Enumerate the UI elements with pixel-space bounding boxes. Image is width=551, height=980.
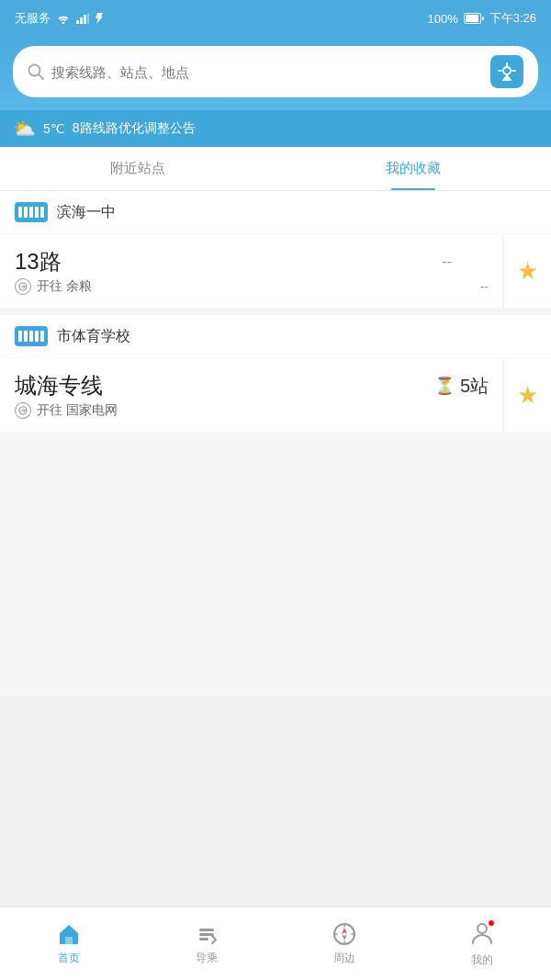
station-header-1: 滨海一中: [0, 191, 551, 233]
nav-item-home[interactable]: 首页: [0, 914, 138, 974]
home-icon: [56, 921, 82, 947]
svg-rect-1: [80, 17, 83, 24]
wifi-icon: [56, 13, 71, 24]
route-status-1: --: [442, 253, 452, 270]
svg-point-8: [503, 67, 511, 74]
status-signal-text: 无服务: [15, 10, 51, 27]
svg-rect-0: [76, 20, 79, 24]
route-item-1[interactable]: 13路 -- 开往 余粮 -- ★: [0, 234, 551, 308]
nav-label-guide: 导乘: [196, 951, 218, 966]
content: 滨海一中 13路 -- 开往 余粮 --: [0, 191, 551, 696]
header: [0, 37, 551, 110]
tab-nearby[interactable]: 附近站点: [0, 147, 276, 190]
search-input[interactable]: [51, 64, 483, 80]
route-direction-2: 开往 国家电网: [15, 402, 118, 419]
direction-arrow-icon-2: [15, 402, 31, 419]
status-bar: 无服务 100% 下午3:26: [0, 0, 551, 37]
svg-rect-3: [87, 13, 89, 24]
svg-marker-18: [342, 934, 347, 941]
nav-label-home: 首页: [58, 951, 80, 966]
svg-rect-12: [65, 937, 73, 944]
station-icon-1: [15, 202, 48, 222]
route-item-2[interactable]: 城海专线 ⏳ 5站 开往 国家电网 ★: [0, 358, 551, 432]
station-name-2: 市体育学校: [57, 327, 130, 346]
route-direction-status-1: --: [480, 279, 489, 294]
svg-rect-15: [199, 938, 208, 941]
route-direction-text-1: 开往 余粮: [37, 278, 92, 295]
nav-item-mine[interactable]: 我的: [413, 912, 551, 975]
search-bar[interactable]: [13, 46, 538, 97]
location-icon: [497, 62, 517, 82]
station-icon-2: [15, 326, 48, 346]
weather-banner: ⛅ 5℃ 8路线路优化调整公告: [0, 110, 551, 147]
route-number-1: 13路: [15, 247, 62, 276]
search-icon: [28, 63, 44, 80]
compass-icon: [332, 921, 357, 947]
location-button[interactable]: [490, 55, 523, 88]
station-header-2: 市体育学校: [0, 315, 551, 357]
time-text: 下午3:26: [489, 10, 536, 27]
nav-label-nearby: 周边: [333, 951, 355, 966]
route-direction-1: 开往 余粮: [15, 278, 92, 295]
charging-icon: [95, 13, 104, 24]
star-button-1[interactable]: ★: [503, 234, 551, 308]
svg-rect-13: [199, 929, 214, 931]
battery-text: 100%: [427, 12, 457, 26]
hourglass-icon: ⏳: [434, 376, 455, 396]
stops-text: 5站: [460, 374, 489, 399]
guide-icon: [194, 921, 219, 947]
nav-item-guide[interactable]: 导乘: [138, 914, 276, 974]
status-right: 100% 下午3:26: [427, 10, 536, 27]
tabs: 附近站点 我的收藏: [0, 147, 551, 191]
signal-icon: [76, 13, 89, 24]
star-button-2[interactable]: ★: [503, 358, 551, 432]
route-number-2: 城海专线: [15, 371, 103, 400]
nav-item-nearby[interactable]: 周边: [276, 914, 413, 974]
bottom-nav: 首页 导乘 周边 我的: [0, 907, 551, 980]
route-direction-text-2: 开往 国家电网: [37, 402, 118, 419]
svg-rect-2: [84, 15, 86, 24]
nav-label-mine: 我的: [471, 952, 493, 968]
svg-rect-5: [466, 15, 478, 22]
weather-notice: 8路线路优化调整公告: [73, 120, 196, 137]
battery-icon: [464, 13, 484, 24]
svg-line-7: [39, 74, 43, 79]
user-badge: [488, 919, 495, 927]
svg-point-19: [478, 924, 487, 933]
tab-favorites[interactable]: 我的收藏: [276, 147, 551, 190]
station-name-1: 滨海一中: [57, 203, 116, 222]
svg-marker-17: [342, 928, 347, 934]
star-icon-2: ★: [517, 381, 538, 410]
weather-icon: ⛅: [13, 118, 36, 140]
status-left: 无服务: [15, 10, 104, 27]
direction-arrow-icon: [15, 278, 31, 295]
weather-temp: 5℃: [43, 121, 65, 136]
stops-badge: ⏳ 5站: [434, 374, 489, 399]
star-icon-1: ★: [517, 257, 538, 286]
